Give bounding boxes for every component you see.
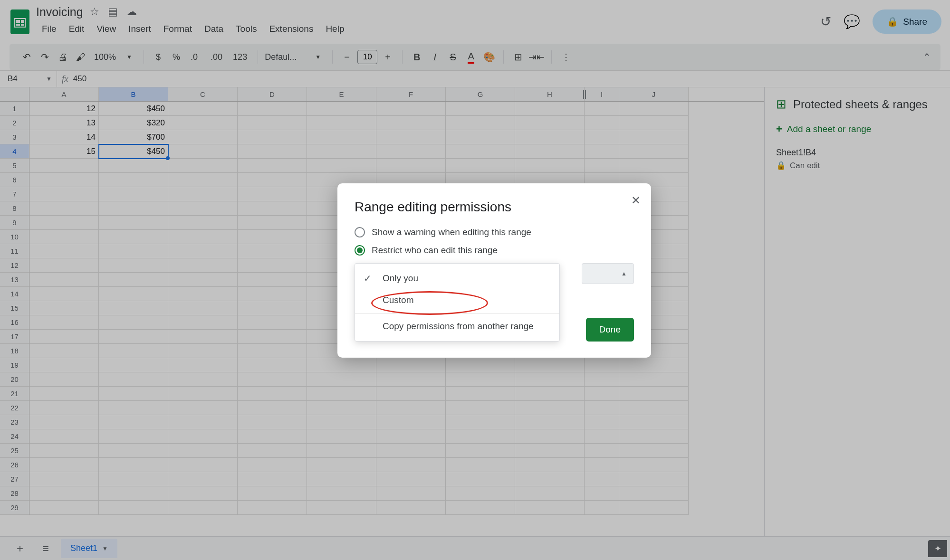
cell[interactable]: [168, 372, 238, 387]
row-header[interactable]: 18: [0, 344, 29, 358]
cell[interactable]: [446, 501, 515, 515]
cell[interactable]: [585, 472, 619, 486]
cell[interactable]: [515, 472, 585, 486]
menu-edit[interactable]: Edit: [63, 22, 90, 36]
cell[interactable]: [446, 116, 515, 130]
cell[interactable]: [168, 387, 238, 401]
cell[interactable]: [446, 387, 515, 401]
dialog-close-button[interactable]: ✕: [631, 194, 641, 207]
cell[interactable]: [585, 444, 619, 458]
restrict-select[interactable]: ▲: [582, 263, 634, 284]
row-header[interactable]: 27: [0, 472, 29, 486]
col-header-g[interactable]: G: [446, 87, 515, 101]
cell[interactable]: [29, 358, 99, 372]
cell[interactable]: 14: [29, 130, 99, 144]
row-header[interactable]: 5: [0, 159, 29, 173]
menu-data[interactable]: Data: [199, 22, 229, 36]
zoom-select[interactable]: 100%: [91, 52, 119, 62]
cell[interactable]: [376, 458, 446, 472]
cell[interactable]: [585, 372, 619, 387]
cell[interactable]: [515, 444, 585, 458]
row-header[interactable]: 19: [0, 358, 29, 372]
dropdown-option-copy-permissions[interactable]: Copy permissions from another range: [355, 315, 559, 337]
bold-button[interactable]: B: [409, 48, 424, 66]
cell[interactable]: [99, 444, 168, 458]
cell[interactable]: [168, 444, 238, 458]
cell[interactable]: [307, 472, 376, 486]
cell[interactable]: [29, 458, 99, 472]
cell[interactable]: [619, 444, 689, 458]
cell[interactable]: [307, 401, 376, 415]
percent-button[interactable]: %: [169, 48, 184, 66]
cell[interactable]: [168, 486, 238, 501]
borders-button[interactable]: ⊞: [510, 48, 526, 66]
row-header[interactable]: 15: [0, 301, 29, 315]
cell[interactable]: $450: [99, 102, 168, 116]
cell[interactable]: [238, 201, 307, 216]
cell[interactable]: [29, 372, 99, 387]
cell[interactable]: [515, 102, 585, 116]
row-header[interactable]: 26: [0, 458, 29, 472]
cell[interactable]: [238, 301, 307, 315]
cell[interactable]: [29, 429, 99, 444]
select-all-corner[interactable]: [0, 87, 29, 101]
cell[interactable]: [619, 144, 689, 159]
sheets-logo[interactable]: [7, 5, 33, 39]
cell[interactable]: [99, 372, 168, 387]
cell[interactable]: [238, 273, 307, 287]
cell[interactable]: [376, 144, 446, 159]
currency-button[interactable]: $: [151, 48, 166, 66]
row-header[interactable]: 11: [0, 244, 29, 258]
protected-range-name[interactable]: Sheet1!B4: [776, 148, 939, 158]
cell[interactable]: $700: [99, 130, 168, 144]
cell[interactable]: [99, 458, 168, 472]
cell[interactable]: [168, 173, 238, 187]
cell[interactable]: [238, 173, 307, 187]
cell[interactable]: [99, 173, 168, 187]
cell[interactable]: [238, 372, 307, 387]
cell[interactable]: [619, 116, 689, 130]
cell[interactable]: [446, 372, 515, 387]
cell[interactable]: [515, 429, 585, 444]
cell[interactable]: [376, 387, 446, 401]
cell[interactable]: [619, 130, 689, 144]
cell[interactable]: [307, 358, 376, 372]
cell[interactable]: [29, 201, 99, 216]
cell[interactable]: [238, 144, 307, 159]
cell[interactable]: [168, 258, 238, 273]
cell[interactable]: [238, 287, 307, 301]
number-format-button[interactable]: 123: [229, 48, 251, 66]
cell[interactable]: [376, 358, 446, 372]
cell[interactable]: [446, 159, 515, 173]
cell[interactable]: [619, 387, 689, 401]
menu-extensions[interactable]: Extensions: [263, 22, 319, 36]
cell[interactable]: [29, 159, 99, 173]
cell[interactable]: [307, 486, 376, 501]
cell[interactable]: [168, 429, 238, 444]
cell[interactable]: [619, 159, 689, 173]
cell[interactable]: [585, 387, 619, 401]
cloud-icon[interactable]: ☁: [126, 6, 137, 18]
dropdown-option-custom[interactable]: Custom: [355, 289, 559, 311]
cell[interactable]: [238, 501, 307, 515]
cell[interactable]: [168, 458, 238, 472]
cell[interactable]: [168, 415, 238, 429]
cell[interactable]: [168, 330, 238, 344]
strike-button[interactable]: S: [445, 48, 461, 66]
cell[interactable]: [515, 130, 585, 144]
cell[interactable]: [168, 472, 238, 486]
col-header-j[interactable]: J: [619, 87, 689, 101]
cell[interactable]: [168, 230, 238, 244]
history-icon[interactable]: ↺: [820, 14, 831, 29]
done-button[interactable]: Done: [586, 318, 634, 342]
menu-tools[interactable]: Tools: [230, 22, 262, 36]
cell[interactable]: [515, 116, 585, 130]
cell[interactable]: [585, 102, 619, 116]
undo-button[interactable]: ↶: [19, 48, 34, 66]
cell[interactable]: [446, 486, 515, 501]
cell[interactable]: [99, 429, 168, 444]
cell[interactable]: [29, 244, 99, 258]
cell[interactable]: [29, 344, 99, 358]
text-color-button[interactable]: A: [463, 48, 479, 66]
cell[interactable]: [585, 130, 619, 144]
